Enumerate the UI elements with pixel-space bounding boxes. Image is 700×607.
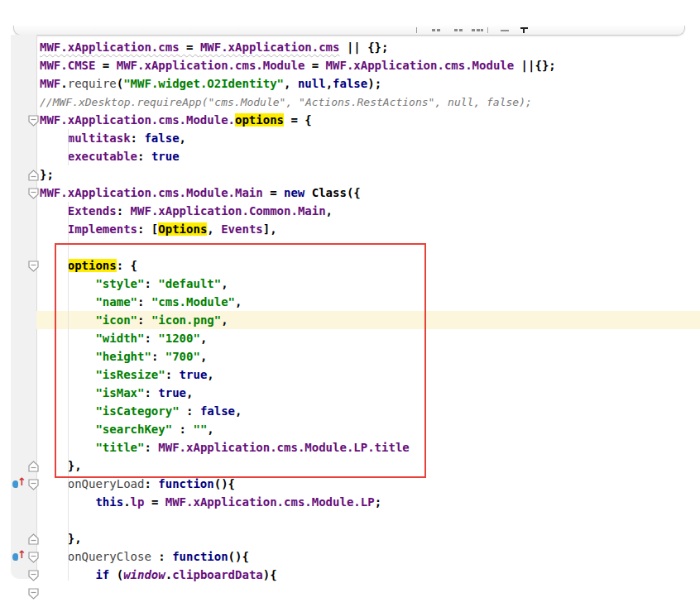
code-token: : {: [117, 259, 137, 272]
code-line[interactable]: [36, 238, 700, 256]
code-line[interactable]: [36, 511, 700, 529]
override-method-gutter-icon[interactable]: ↑: [12, 550, 29, 563]
code-line[interactable]: "style": "default",: [36, 275, 700, 293]
override-method-gutter-icon[interactable]: ↑: [12, 477, 29, 490]
code-token: "default": [158, 277, 221, 290]
code-token: multitask: [68, 131, 131, 145]
code-token: Implements: [68, 222, 137, 236]
fold-collapse-icon[interactable]: [28, 569, 39, 581]
code-token: :: [131, 131, 145, 145]
code-token: require: [68, 77, 117, 90]
code-token: true: [151, 150, 180, 163]
fold-collapse-icon[interactable]: [28, 587, 39, 599]
fold-collapse-icon[interactable]: [28, 478, 39, 490]
code-token: "1200": [158, 332, 200, 345]
code-token: lp: [131, 495, 145, 509]
code-line[interactable]: Extends: MWF.xApplication.Common.Main,: [36, 202, 700, 220]
code-token: :: [151, 350, 165, 363]
code-line[interactable]: //MWF.xDesktop.requireApp("cms.Module", …: [36, 93, 700, 111]
code-token: ){: [263, 568, 277, 581]
code-token: options: [68, 259, 117, 272]
code-token: this: [95, 495, 123, 509]
code-line[interactable]: MWF.require("MWF.widget.O2Identity", nul…: [36, 74, 700, 93]
code-token: ,: [200, 350, 207, 363]
code-line[interactable]: options: {: [36, 256, 700, 275]
code-token: :: [144, 386, 158, 399]
code-line[interactable]: "name": "cms.Module",: [36, 293, 700, 311]
code-token: "cms.Module": [151, 295, 235, 308]
fold-collapse-end-icon[interactable]: [28, 460, 39, 471]
code-line[interactable]: "isResize": true,: [36, 366, 700, 384]
code-token: || {};: [339, 41, 388, 54]
code-token: "style": [95, 277, 144, 290]
code-token: ,: [180, 131, 186, 145]
code-token: Class({: [304, 186, 360, 199]
code-area[interactable]: MWF.xApplication.cms = MWF.xApplication.…: [0, 38, 700, 584]
code-line[interactable]: },: [36, 529, 700, 547]
code-token: true: [158, 386, 186, 399]
code-token: Options: [158, 222, 207, 236]
code-token: "width": [95, 332, 144, 345]
toolbar-divider-fragment: [416, 27, 417, 33]
code-line[interactable]: "searchKey" : "",: [36, 420, 700, 438]
code-token: ||{};: [514, 59, 556, 72]
code-line[interactable]: executable: true: [36, 147, 700, 165]
indent-guide: [68, 129, 69, 165]
code-token: onQueryLoad: [68, 477, 145, 490]
fold-collapse-icon[interactable]: [28, 551, 39, 562]
code-token: =: [304, 59, 325, 72]
code-line[interactable]: };: [36, 165, 700, 184]
up-arrow-icon: ↑: [17, 548, 26, 561]
code-token: false: [333, 77, 367, 90]
code-token: ,: [235, 404, 242, 418]
code-token: :: [180, 404, 200, 418]
code-line[interactable]: "isMax": true,: [36, 384, 700, 402]
code-token: .: [60, 77, 67, 90]
code-line[interactable]: MWF.xApplication.cms.Module.options = {: [36, 111, 700, 129]
current-line-highlight[interactable]: "icon": "icon.png",: [36, 311, 700, 329]
code-token: "isResize": [95, 368, 165, 381]
code-token: "": [193, 423, 207, 436]
fold-collapse-icon[interactable]: [28, 187, 39, 198]
toolbar-icon-fragment: [454, 29, 458, 31]
code-line[interactable]: },: [36, 456, 700, 475]
code-line[interactable]: "height": "700",: [36, 347, 700, 366]
code-token: ,: [326, 204, 333, 217]
code-token: MWF.xApplication.cms.Module: [326, 59, 515, 72]
code-line[interactable]: MWF.xApplication.cms = MWF.xApplication.…: [36, 38, 700, 56]
code-token: ,: [326, 77, 333, 90]
fold-collapse-end-icon[interactable]: [28, 169, 39, 180]
code-line[interactable]: MWF.CMSE = MWF.xApplication.cms.Module =…: [36, 56, 700, 74]
code-token: ,: [200, 332, 207, 345]
fold-collapse-end-icon[interactable]: [28, 533, 39, 544]
code-token: :: [137, 150, 151, 163]
code-token: null: [298, 77, 326, 90]
code-line[interactable]: "title": MWF.xApplication.cms.Module.LP.…: [36, 438, 700, 456]
code-line[interactable]: onQueryLoad: function(){: [36, 475, 700, 493]
code-token: ,: [221, 277, 228, 290]
toolbar-icon-fragment: [481, 29, 483, 31]
fold-collapse-icon[interactable]: [28, 260, 39, 271]
code-line[interactable]: if (window.clipboardData){: [36, 566, 700, 584]
code-token: .: [123, 495, 130, 509]
code-line[interactable]: this.lp = MWF.xApplication.cms.Module.LP…: [36, 493, 700, 511]
code-token: true: [180, 368, 208, 381]
code-token: =: [95, 59, 116, 72]
code-line[interactable]: "isCategory" : false,: [36, 402, 700, 420]
code-line[interactable]: Implements: [Options, Events],: [36, 220, 700, 238]
code-line[interactable]: "width": "1200",: [36, 329, 700, 347]
fold-collapse-icon[interactable]: [28, 114, 39, 126]
code-token: ;: [375, 495, 381, 509]
code-line[interactable]: onQueryClose : function(){: [36, 547, 700, 566]
code-token: =: [180, 41, 200, 54]
code-token: Events: [221, 222, 263, 236]
code-token: (){: [228, 550, 249, 563]
code-token: =: [263, 186, 284, 199]
code-token: false: [144, 131, 179, 145]
code-line[interactable]: multitask: false,: [36, 129, 700, 147]
code-line[interactable]: MWF.xApplication.cms.Module.Main = new C…: [36, 184, 700, 202]
code-token: ,: [284, 77, 298, 90]
code-token: MWF.xApplication.cms: [40, 41, 180, 54]
code-token: ,: [207, 222, 221, 236]
code-token: :: [172, 423, 193, 436]
